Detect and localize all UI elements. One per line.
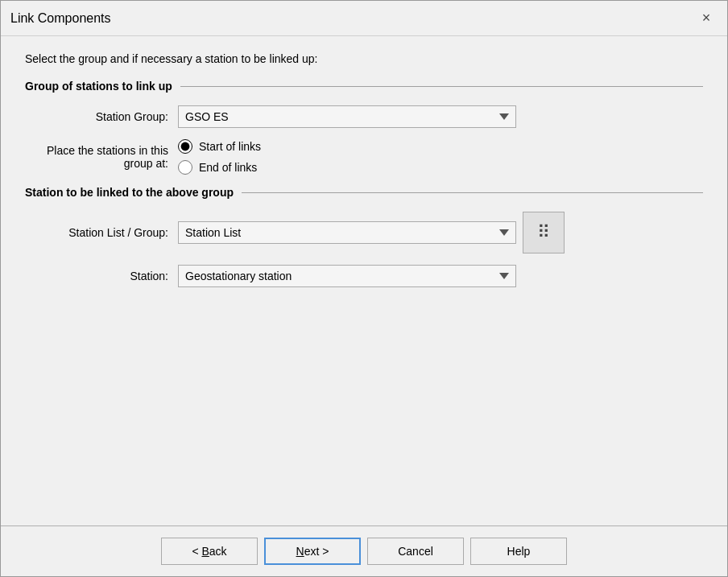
- station-list-row: Station List / Group: Station List ⠿: [41, 212, 703, 253]
- radio-start-input[interactable]: [178, 139, 192, 154]
- close-button[interactable]: ×: [695, 7, 718, 30]
- link-components-dialog: Link Components × Select the group and i…: [0, 0, 728, 577]
- next-label: Next >: [296, 545, 329, 558]
- radio-start-of-links[interactable]: Start of links: [178, 139, 261, 154]
- station-group-row: Station Group: GSO ES: [41, 105, 703, 128]
- station-row: Station: Geostationary station: [41, 265, 703, 287]
- station-section-header: Station to be linked to the above group: [25, 186, 703, 199]
- dialog-footer: < Back Next > Cancel Help: [1, 525, 727, 576]
- placement-label: Place the stations in this group at:: [41, 144, 178, 170]
- browse-icon: ⠿: [537, 224, 550, 241]
- group-section-divider: [180, 86, 703, 87]
- next-button[interactable]: Next >: [264, 538, 361, 565]
- station-group-label: Station Group:: [41, 110, 178, 123]
- station-section-divider: [242, 192, 703, 193]
- dialog-body: Select the group and if necessary a stat…: [1, 36, 727, 525]
- title-bar: Link Components ×: [1, 1, 727, 36]
- help-button[interactable]: Help: [470, 538, 567, 565]
- instruction-text: Select the group and if necessary a stat…: [25, 52, 703, 65]
- station-group-select[interactable]: GSO ES: [178, 105, 516, 128]
- group-section-header: Group of stations to link up: [25, 80, 703, 93]
- dialog-title: Link Components: [10, 11, 111, 26]
- cancel-button[interactable]: Cancel: [367, 538, 464, 565]
- placement-row: Place the stations in this group at: Sta…: [41, 139, 703, 175]
- station-list-label: Station List / Group:: [41, 226, 178, 239]
- station-control: Geostationary station: [178, 265, 516, 287]
- radio-end-label: End of links: [199, 161, 257, 174]
- back-label: Back: [201, 545, 226, 558]
- radio-start-label: Start of links: [199, 140, 261, 153]
- station-list-control: Station List: [178, 221, 516, 244]
- group-section-title: Group of stations to link up: [25, 80, 172, 93]
- radio-end-of-links[interactable]: End of links: [178, 160, 261, 175]
- station-list-select[interactable]: Station List: [178, 221, 516, 244]
- back-button[interactable]: < Back: [161, 538, 258, 565]
- station-section-title: Station to be linked to the above group: [25, 186, 234, 199]
- station-linked-section: Station to be linked to the above group …: [25, 186, 703, 287]
- radio-end-input[interactable]: [178, 160, 192, 175]
- station-group-control: GSO ES: [178, 105, 516, 128]
- radio-options: Start of links End of links: [178, 139, 261, 175]
- station-select[interactable]: Geostationary station: [178, 265, 516, 287]
- browse-button[interactable]: ⠿: [523, 212, 565, 253]
- station-label: Station:: [41, 270, 178, 282]
